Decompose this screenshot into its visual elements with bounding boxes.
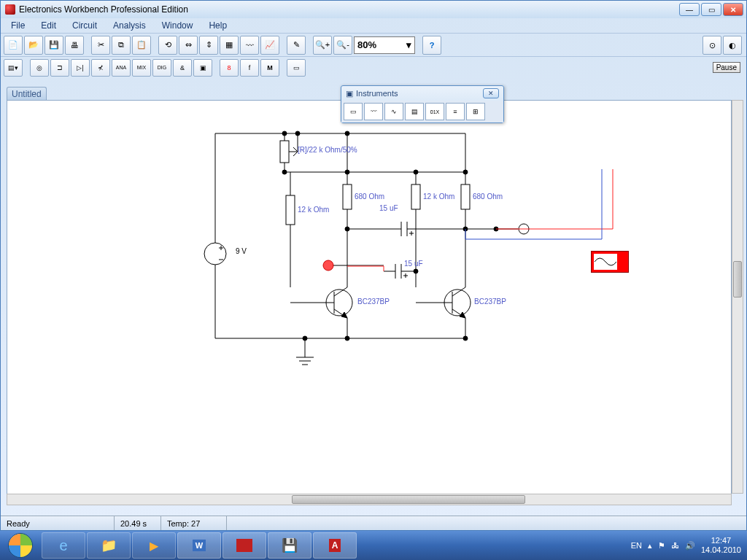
digital-bin[interactable]: ▣	[193, 59, 212, 77]
instrument-function-gen[interactable]: 〰	[364, 103, 383, 120]
instruments-panel[interactable]: ▣Instruments ✕ ▭ 〰 ∿ ▤ 01X ≡ ⊞	[341, 85, 504, 123]
panel-icon: ▣	[346, 89, 353, 98]
flip-v-button[interactable]: ⇕	[199, 36, 218, 55]
menu-window[interactable]: Window	[155, 20, 201, 31]
misc-bin[interactable]: M	[260, 59, 279, 77]
status-time: 20.49 s	[115, 516, 161, 530]
tray-lang[interactable]: EN	[631, 541, 642, 550]
task-media[interactable]: ▶	[132, 532, 176, 559]
instrument-logic-analyzer[interactable]: ≡	[446, 103, 465, 120]
menu-file[interactable]: File	[4, 20, 32, 31]
svg-rect-23	[343, 184, 352, 209]
word-icon: W	[193, 540, 206, 551]
task-explorer[interactable]: 📁	[87, 532, 131, 559]
switch-button-0[interactable]: ⊙	[703, 36, 721, 55]
system-tray[interactable]: EN ▴ ⚑ 🖧 🔊 12:47 14.04.2010	[631, 536, 747, 555]
open-button[interactable]: 📂	[24, 36, 43, 55]
instrument-bode[interactable]: ▤	[405, 103, 424, 120]
cut-button[interactable]: ✂	[91, 36, 110, 55]
digital-ics-bin[interactable]: DIG	[152, 59, 171, 77]
sources-bin[interactable]: ◎	[30, 59, 49, 77]
minimize-button[interactable]: —	[679, 3, 700, 16]
svg-point-75	[463, 336, 468, 341]
new-button[interactable]: 📄	[4, 36, 23, 55]
svg-point-62	[282, 131, 287, 136]
ewb-icon	[236, 539, 252, 552]
svg-point-72	[414, 269, 418, 273]
close-button[interactable]: ✕	[723, 3, 743, 16]
tray-volume-icon[interactable]: 🔊	[685, 541, 695, 551]
flip-h-button[interactable]: ⇔	[179, 36, 198, 55]
svg-point-2	[204, 243, 226, 265]
vertical-scrollbar[interactable]	[732, 100, 743, 494]
titlebar[interactable]: Electronics Workbench Professional Editi…	[1, 1, 746, 18]
tray-flag-icon[interactable]: ⚑	[658, 541, 665, 551]
label-r1: 12 k Ohm	[298, 206, 329, 214]
analog-ics-bin[interactable]: ANA	[112, 59, 131, 77]
task-adobe[interactable]: A	[313, 532, 357, 559]
menu-edit[interactable]: Edit	[34, 20, 63, 31]
paste-button[interactable]: 📋	[132, 36, 151, 55]
menu-help[interactable]: Help	[201, 20, 234, 31]
graph-button[interactable]: 〰	[240, 36, 259, 55]
label-q1: BC237BP	[357, 298, 390, 306]
instrument-oscilloscope[interactable]: ∿	[384, 103, 403, 120]
statusbar: Ready 20.49 s Temp: 27	[1, 516, 746, 530]
document-tab[interactable]: Untitled	[7, 87, 47, 101]
transistors-bin[interactable]: ⊀	[91, 59, 110, 77]
copy-button[interactable]: ⧉	[112, 36, 131, 55]
rotate-button[interactable]: ⟲	[158, 36, 177, 55]
print-button[interactable]: 🖶	[65, 36, 84, 55]
label-pot: [R]/22 k Ohm/50%	[298, 146, 357, 154]
tray-clock[interactable]: 12:47 14.04.2010	[701, 536, 741, 555]
svg-point-63	[295, 131, 300, 136]
switch-button-1[interactable]: ◐	[723, 36, 742, 55]
task-ewb[interactable]	[222, 532, 266, 559]
task-save-dialog[interactable]: 💾	[268, 532, 311, 559]
menu-circuit[interactable]: Circuit	[65, 20, 104, 31]
svg-rect-20	[286, 195, 295, 225]
favorites-bin[interactable]: ▤▾	[4, 59, 23, 77]
zoom-out-button[interactable]: 🔍-	[333, 36, 352, 55]
label-c2: 15 uF	[404, 260, 423, 268]
mixed-ics-bin[interactable]: MIX	[132, 59, 151, 77]
tray-show-hidden-icon[interactable]: ▴	[648, 541, 652, 551]
indicators-bin[interactable]: 8	[220, 59, 239, 77]
status-temp: Temp: 27	[161, 516, 227, 530]
basic-bin[interactable]: ⊐	[50, 59, 69, 77]
help-button[interactable]: ?	[422, 36, 441, 55]
analysis-button[interactable]: 📈	[260, 36, 279, 55]
hscroll-thumb[interactable]	[292, 495, 525, 504]
task-ie[interactable]: e	[42, 532, 85, 559]
instruments-close-button[interactable]: ✕	[483, 88, 499, 98]
tray-network-icon[interactable]: 🖧	[671, 541, 679, 550]
instruments-bin[interactable]: ▭	[287, 59, 306, 77]
diodes-bin[interactable]: ▷|	[71, 59, 90, 77]
main-toolbar: 📄 📂 💾 🖶 ✂ ⧉ 📋 ⟲ ⇔ ⇕ ▦ 〰 📈 ✎ 🔍+ 🔍- 80%▾ ?	[1, 33, 746, 56]
instrument-logic-converter[interactable]: ⊞	[466, 103, 485, 120]
pause-button[interactable]: Pause	[713, 62, 740, 73]
instrument-word-gen[interactable]: 01X	[425, 103, 444, 120]
taskbar[interactable]: e 📁 ▶ W 💾 A EN ▴ ⚑ 🖧 🔊 12:47 14.04.2010	[0, 531, 747, 560]
windows-logo-icon	[8, 533, 33, 558]
schematic-canvas[interactable]: 9 V [R]/22 k Ohm/50% 12 k Ohm 680 Ohm 12…	[7, 100, 732, 504]
instrument-multimeter[interactable]: ▭	[344, 103, 363, 120]
start-button[interactable]	[0, 531, 41, 560]
oscilloscope-instrument[interactable]	[591, 251, 629, 273]
horizontal-scrollbar[interactable]	[7, 494, 732, 505]
task-word[interactable]: W	[177, 532, 221, 559]
maximize-button[interactable]: ▭	[701, 3, 721, 16]
status-spacer	[227, 516, 746, 530]
component-props-button[interactable]: ✎	[287, 36, 306, 55]
vscroll-thumb[interactable]	[733, 261, 742, 298]
logic-gates-bin[interactable]: &	[173, 59, 192, 77]
zoom-in-button[interactable]: 🔍+	[313, 36, 332, 55]
subcircuit-button[interactable]: ▦	[220, 36, 239, 55]
label-r3: 12 k Ohm	[423, 192, 454, 201]
svg-point-69	[345, 227, 349, 231]
svg-line-48	[334, 287, 347, 296]
zoom-select[interactable]: 80%▾	[354, 36, 415, 54]
save-button[interactable]: 💾	[44, 36, 63, 55]
menu-analysis[interactable]: Analysis	[106, 20, 153, 31]
controls-bin[interactable]: f	[240, 59, 259, 77]
